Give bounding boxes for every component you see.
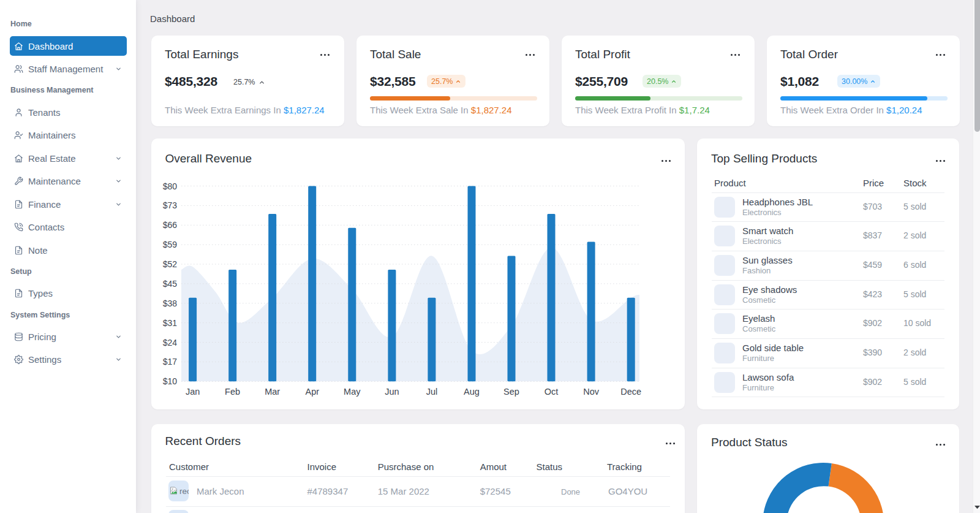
svg-text:Jan: Jan bbox=[186, 387, 200, 397]
svg-text:Dece: Dece bbox=[620, 387, 641, 397]
svg-text:$31: $31 bbox=[163, 318, 178, 328]
svg-text:Aug: Aug bbox=[464, 387, 480, 397]
svg-text:Nov: Nov bbox=[583, 387, 600, 397]
svg-text:$10: $10 bbox=[163, 376, 178, 386]
svg-text:$66: $66 bbox=[163, 220, 178, 230]
svg-text:$45: $45 bbox=[163, 279, 178, 289]
svg-text:$80: $80 bbox=[163, 181, 178, 191]
svg-text:$24: $24 bbox=[163, 338, 178, 348]
svg-text:Jul: Jul bbox=[426, 387, 438, 397]
svg-text:Apr: Apr bbox=[306, 387, 320, 397]
svg-text:Sep: Sep bbox=[503, 387, 519, 397]
svg-text:Feb: Feb bbox=[225, 387, 240, 397]
svg-text:Mar: Mar bbox=[265, 387, 280, 397]
svg-text:$17: $17 bbox=[163, 357, 178, 367]
svg-text:$73: $73 bbox=[163, 200, 178, 210]
svg-text:Jun: Jun bbox=[385, 387, 399, 397]
svg-text:$59: $59 bbox=[163, 240, 178, 249]
svg-text:May: May bbox=[344, 387, 361, 397]
svg-text:Oct: Oct bbox=[545, 387, 559, 397]
svg-text:$38: $38 bbox=[163, 298, 178, 308]
svg-text:$52: $52 bbox=[163, 259, 178, 269]
